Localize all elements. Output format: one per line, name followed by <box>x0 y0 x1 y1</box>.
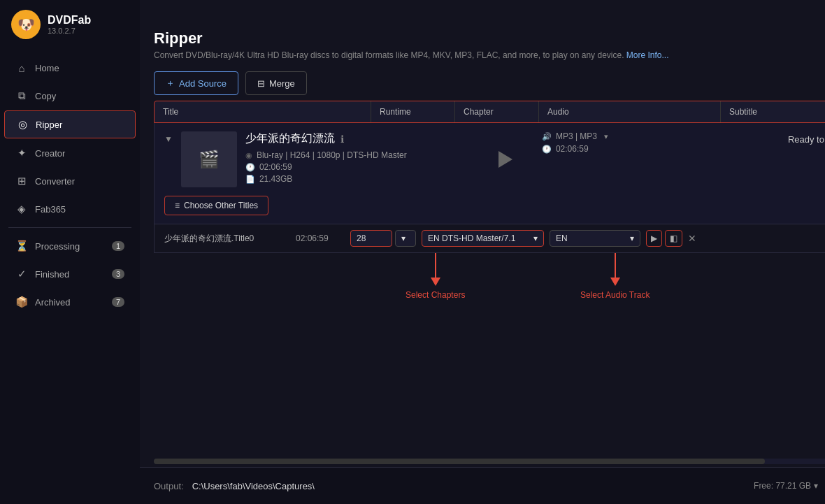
annotation-audio: Select Audio Track <box>580 253 650 300</box>
track-duration: 02:06:59 <box>296 233 345 243</box>
clock-icon: 🕐 <box>245 163 255 172</box>
sidebar-label-copy: Copy <box>35 91 56 101</box>
dropdown-arrow-icon: ▾ <box>814 481 818 491</box>
processing-badge: 1 <box>112 241 124 251</box>
track-name: 少年派的奇幻漂流.Title0 <box>164 233 290 245</box>
annotation-chapters: Select Chapters <box>406 253 465 300</box>
track-row: 少年派的奇幻漂流.Title0 02:06:59 28 ▾ EN DTS-HD … <box>154 224 825 253</box>
sidebar-item-archived[interactable]: 📦 Archived 7 <box>4 289 136 315</box>
sidebar-item-ripper[interactable]: ◎ Ripper <box>4 110 136 138</box>
page-header: Ripper Convert DVD/Blu-ray/4K Ultra HD B… <box>140 22 825 66</box>
sidebar-label-creator: Creator <box>35 148 65 159</box>
page-title: Ripper <box>154 29 825 48</box>
title-meta: ◉ Blu-ray | H264 | 1080p | DTS-HD Master… <box>245 150 476 184</box>
app-logo: 🐶 DVDFab 13.0.2.7 <box>0 0 140 49</box>
output-bar: Output: C:\Users\fab\Videos\Captures\ Fr… <box>140 467 825 504</box>
creator-icon: ✦ <box>15 147 28 159</box>
sidebar-divider <box>8 227 131 228</box>
app-name: DVDFab <box>48 14 91 27</box>
track-close-button[interactable]: ✕ <box>688 233 696 244</box>
chapters-arrowhead-icon <box>431 278 440 286</box>
audio-track-select[interactable]: EN DTS-HD Master/7.1 ▾ <box>422 230 544 247</box>
app-version: 13.0.2.7 <box>48 27 91 35</box>
chapters-select[interactable]: 28 <box>350 230 392 247</box>
merge-button[interactable]: ⊟ Merge <box>245 71 307 95</box>
converter-icon: ⊞ <box>15 175 28 187</box>
sidebar-item-processing[interactable]: ⏳ Processing 1 <box>4 233 136 259</box>
output-path: C:\Users\fab\Videos\Captures\ <box>192 481 745 491</box>
finished-icon: ✓ <box>15 268 28 280</box>
content-area: Title Runtime Chapter Audio Subtitle ▼ 🎬… <box>140 101 825 456</box>
audio-arrowhead-icon <box>610 278 620 286</box>
main-content: ☰ — □ ✕ Ripper Convert DVD/Blu-ray/4K Ul… <box>140 0 825 504</box>
ripper-icon: ◎ <box>16 118 29 131</box>
scrollbar[interactable] <box>154 459 825 464</box>
chapters-dropdown[interactable]: ▾ <box>395 230 416 247</box>
sidebar-label-home: Home <box>35 63 59 73</box>
play-triangle-icon <box>498 151 512 168</box>
ann-container: Select Chapters Select Audio Track Advan… <box>168 253 825 330</box>
add-source-button[interactable]: ＋ Add Source <box>154 71 238 95</box>
ready-text: Ready to Start <box>788 134 825 145</box>
logo-icon: 🐶 <box>11 10 41 39</box>
meta-duration: 🕐 02:06:59 <box>245 162 476 172</box>
meta-size: 📄 21.43GB <box>245 174 476 184</box>
list-icon: ≡ <box>175 201 180 210</box>
sub-dropdown-icon: ▾ <box>630 233 634 243</box>
toolbar: ＋ Add Source ⊟ Merge <box>140 66 825 101</box>
th-audio: Audio <box>539 101 721 122</box>
sidebar-item-creator[interactable]: ✦ Creator <box>4 140 136 166</box>
subtitle-select[interactable]: EN ▾ <box>550 230 640 247</box>
thumbnail: 🎬 <box>181 131 237 187</box>
free-space[interactable]: Free: 77.21 GB ▾ <box>754 481 818 491</box>
choose-titles-container: ≡ Choose Other Titles <box>164 193 825 215</box>
audio-annotation-label: Select Audio Track <box>580 290 650 300</box>
page-description: Convert DVD/Blu-ray/4K Ultra HD Blu-ray … <box>154 50 825 60</box>
processing-icon: ⏳ <box>15 240 28 252</box>
choose-other-titles-button[interactable]: ≡ Choose Other Titles <box>164 196 268 215</box>
title-name: 少年派的奇幻漂流 ℹ <box>245 131 476 146</box>
scrollbar-thumb <box>154 459 765 464</box>
file-icon: 📄 <box>245 175 255 184</box>
copy-icon: ⧉ <box>15 89 28 102</box>
output-label: Output: <box>154 481 184 491</box>
info-icon[interactable]: ℹ <box>340 134 344 145</box>
dropdown-arrow-icon: ▾ <box>533 233 538 243</box>
title-info: 少年派的奇幻漂流 ℹ ◉ Blu-ray | H264 | 1080p | DT… <box>245 131 476 184</box>
merge-icon: ⊟ <box>257 78 265 89</box>
sidebar-label-finished: Finished <box>35 269 69 280</box>
disc-icon: ◉ <box>245 151 252 160</box>
title-row: ▼ 🎬 少年派的奇幻漂流 ℹ ◉ Blu-ray | H264 | 1080p … <box>154 123 825 224</box>
sidebar-item-home[interactable]: ⌂ Home <box>4 55 136 81</box>
advanced-settings-button[interactable]: ◧ <box>665 230 682 247</box>
th-subtitle: Subtitle <box>721 101 825 122</box>
sidebar-item-converter[interactable]: ⊞ Converter <box>4 168 136 194</box>
more-info-link[interactable]: More Info... <box>626 50 669 60</box>
sidebar-item-fab365[interactable]: ◈ Fab365 <box>4 196 136 222</box>
th-title: Title <box>155 101 371 122</box>
sidebar-item-copy[interactable]: ⧉ Copy <box>4 82 136 109</box>
table-header: Title Runtime Chapter Audio Subtitle <box>154 101 825 123</box>
title-row-header: ▼ 🎬 少年派的奇幻漂流 ℹ ◉ Blu-ray | H264 | 1080p … <box>164 131 825 187</box>
track-actions: ▶ ◧ ✕ <box>646 230 696 247</box>
meta-format: ◉ Blu-ray | H264 | 1080p | DTS-HD Master <box>245 150 476 160</box>
plus-icon: ＋ <box>166 77 175 89</box>
th-chapter: Chapter <box>455 101 539 122</box>
sidebar-label-processing: Processing <box>35 241 80 252</box>
sidebar: 🐶 DVDFab 13.0.2.7 ⌂ Home ⧉ Copy ◎ Ripper… <box>0 0 140 504</box>
play-button[interactable] <box>492 145 519 173</box>
sidebar-item-finished[interactable]: ✓ Finished 3 <box>4 261 136 287</box>
sidebar-nav: ⌂ Home ⧉ Copy ◎ Ripper ✦ Creator ⊞ Conve… <box>0 49 140 504</box>
archived-badge: 7 <box>112 297 124 307</box>
track-play-button[interactable]: ▶ <box>646 230 662 247</box>
th-runtime: Runtime <box>371 101 455 122</box>
sidebar-label-archived: Archived <box>35 297 71 308</box>
sidebar-label-converter: Converter <box>35 176 75 187</box>
audio-info: 🔊 MP3 | MP3 ▾ <box>542 131 773 141</box>
collapse-button[interactable]: ▼ <box>164 134 173 144</box>
sidebar-label-fab365: Fab365 <box>35 204 66 215</box>
annotation-section: Select Chapters Select Audio Track Advan… <box>154 253 825 330</box>
logo-text: DVDFab 13.0.2.7 <box>48 14 91 35</box>
chapters-group: 28 ▾ <box>350 230 416 247</box>
title-bar: ☰ — □ ✕ <box>140 0 825 22</box>
